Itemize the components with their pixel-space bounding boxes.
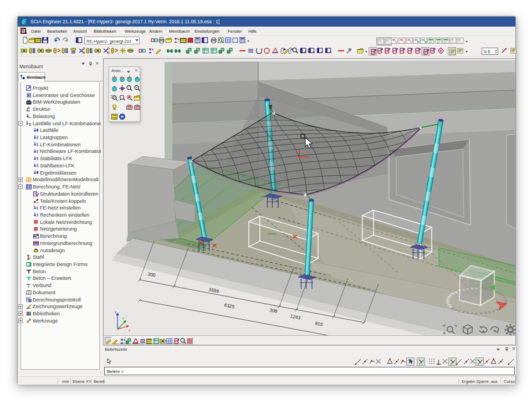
svg-text:BIM-Werkzeugkasten: BIM-Werkzeugkasten: [33, 99, 80, 105]
svg-text:Stabilitäts-LFK: Stabilitäts-LFK: [40, 156, 73, 161]
svg-text:Berechnung: Berechnung: [40, 233, 67, 239]
svg-text:Berechnung, FE-Netz: Berechnung, FE-Netz: [33, 184, 81, 190]
svg-text:Integrierte Design Forms: Integrierte Design Forms: [33, 262, 88, 267]
svg-text:Struktur: Struktur: [33, 106, 50, 112]
svg-text:Rechenkern einstellen: Rechenkern einstellen: [40, 212, 89, 218]
svg-text:Hintergrundberechnung: Hintergrundberechnung: [40, 241, 93, 246]
svg-text:Stahlbeton-LFK: Stahlbeton-LFK: [40, 163, 75, 168]
svg-text:LF-Kombinationen: LF-Kombinationen: [40, 142, 81, 147]
svg-text:Stahl: Stahl: [33, 254, 44, 260]
svg-text:Strukturdaten kontrollieren: Strukturdaten kontrollieren: [40, 191, 99, 197]
svg-text:FE-Netz einstellen: FE-Netz einstellen: [40, 205, 81, 211]
svg-text:Lastfälle: Lastfälle: [40, 127, 59, 133]
svg-text:Beton: Beton: [33, 269, 46, 274]
svg-text:Lokale Netzverdichtung: Lokale Netzverdichtung: [40, 219, 92, 225]
svg-text:Y: Y: [122, 317, 124, 320]
svg-text:Linienraster und Geschosse: Linienraster und Geschosse: [33, 93, 95, 98]
svg-text:Teile/Knoten koppeln: Teile/Knoten koppeln: [40, 198, 86, 204]
svg-text:Zeichnungswerkzeuge: Zeichnungswerkzeuge: [33, 304, 83, 309]
svg-text:Netzgenerierung: Netzgenerierung: [40, 226, 77, 232]
svg-text:Lastgruppen: Lastgruppen: [40, 135, 68, 140]
svg-text:2: 2: [28, 106, 30, 110]
svg-text:Werkzeuge: Werkzeuge: [33, 318, 58, 324]
svg-text:x: x: [129, 329, 130, 332]
svg-text:$: $: [29, 122, 31, 126]
svg-text:Bibliotheken: Bibliotheken: [33, 311, 60, 316]
svg-text:z: z: [115, 310, 116, 314]
svg-text:Projekt: Projekt: [33, 85, 49, 91]
svg-text:Verbund: Verbund: [33, 283, 52, 288]
svg-text:Beton – Erweitert: Beton – Erweitert: [33, 275, 71, 281]
svg-text:Dokument: Dokument: [33, 290, 56, 295]
svg-text:Autodesign: Autodesign: [40, 248, 65, 253]
svg-text:Berechnungsprotokoll: Berechnungsprotokoll: [33, 297, 81, 303]
svg-text:Lastfälle und LF-Kombinationen: Lastfälle und LF-Kombinationen: [33, 121, 101, 126]
svg-text:ModellmodifiziererModellmodi: ModellmodifiziererModellmodi: [33, 177, 99, 182]
svg-text:Ergebnisklassen: Ergebnisklassen: [40, 170, 76, 176]
svg-text:Nichtlineare LF-Kombination: Nichtlineare LF-Kombination: [40, 149, 101, 154]
svg-text:Belastung: Belastung: [33, 114, 55, 119]
